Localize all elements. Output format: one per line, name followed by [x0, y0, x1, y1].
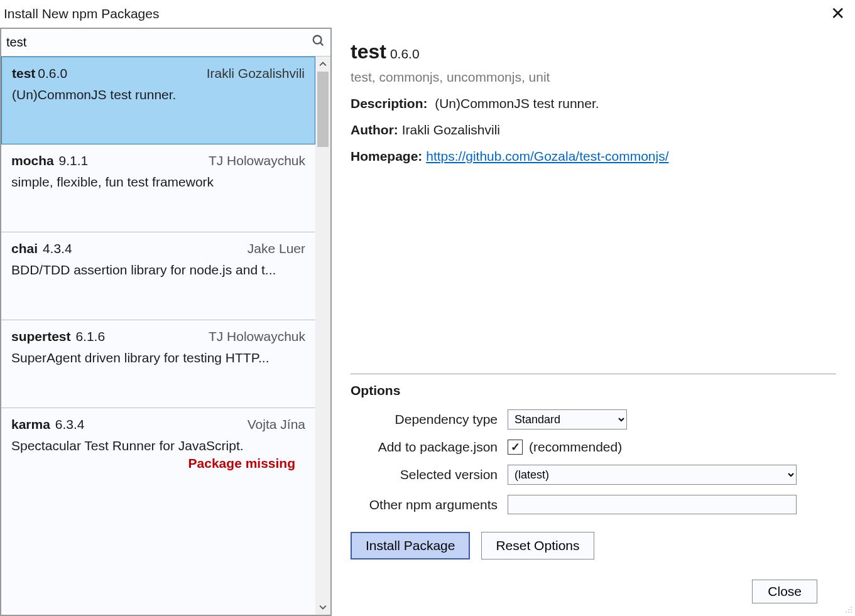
svg-point-3 — [848, 609, 849, 610]
close-button[interactable]: Close — [752, 580, 817, 603]
description-value: (Un)CommonJS test runner. — [435, 96, 599, 111]
result-version: 6.1.6 — [75, 329, 105, 343]
result-author: Vojta Jína — [248, 417, 305, 432]
svg-line-1 — [320, 43, 324, 46]
resize-grip-icon[interactable] — [842, 603, 852, 613]
search-input[interactable] — [6, 33, 312, 52]
result-item[interactable]: test0.6.0 Irakli Gozalishvili (Un)Common… — [1, 57, 315, 144]
svg-point-7 — [851, 612, 852, 613]
results-area: test0.6.0 Irakli Gozalishvili (Un)Common… — [1, 57, 330, 615]
result-description: SuperAgent driven library for testing HT… — [11, 350, 305, 365]
result-version: 9.1.1 — [59, 153, 89, 168]
homepage-link[interactable]: https://github.com/Gozala/test-commonjs/ — [426, 149, 668, 163]
options-heading: Options — [351, 383, 836, 398]
result-name: chai — [11, 241, 38, 256]
options-section: Options Dependency type Standard Add to … — [351, 374, 836, 572]
add-to-package-label: Add to package.json — [351, 440, 508, 455]
titlebar: Install New npm Packages ✕ — [0, 0, 855, 28]
scroll-up-icon[interactable] — [315, 57, 330, 72]
package-missing-label: Package missing — [11, 453, 305, 471]
author-label: Author: — [351, 122, 398, 137]
result-description: Spectacular Test Runner for JavaScript. — [11, 438, 305, 453]
search-icon[interactable] — [312, 34, 325, 51]
result-version: 6.3.4 — [55, 417, 85, 431]
description-row: Description: (Un)CommonJS test runner. — [351, 96, 836, 111]
result-author: TJ Holowaychuk — [209, 329, 305, 344]
reset-options-button[interactable]: Reset Options — [481, 532, 594, 559]
result-author: Irakli Gozalishvili — [207, 66, 305, 81]
selected-version-label: Selected version — [351, 467, 508, 482]
details-panel: test0.6.0 test, commonjs, uncommonjs, un… — [332, 28, 855, 616]
results-list: test0.6.0 Irakli Gozalishvili (Un)Common… — [1, 57, 315, 615]
install-npm-dialog: Install New npm Packages ✕ test0.6.0 Ira… — [0, 0, 855, 616]
result-author: Jake Luer — [248, 241, 305, 256]
svg-point-4 — [851, 609, 852, 610]
package-name: test — [351, 40, 386, 63]
install-package-button[interactable]: Install Package — [351, 532, 470, 559]
result-item[interactable]: karma 6.3.4 Vojta Jína Spectacular Test … — [1, 408, 315, 473]
other-args-input[interactable] — [508, 495, 797, 514]
dialog-footer: Close — [351, 572, 836, 616]
add-to-package-hint: (recommended) — [529, 440, 622, 455]
dialog-title: Install New npm Packages — [4, 6, 159, 21]
result-name: mocha — [11, 153, 54, 168]
add-to-package-checkbox[interactable]: ✓ — [508, 440, 523, 455]
result-name: test — [12, 66, 35, 80]
package-heading: test0.6.0 — [351, 40, 836, 63]
author-row: Author: Irakli Gozalishvili — [351, 122, 836, 138]
description-label: Description: — [351, 96, 428, 111]
homepage-row: Homepage: https://github.com/Gozala/test… — [351, 149, 836, 164]
result-description: (Un)CommonJS test runner. — [12, 87, 305, 102]
other-args-label: Other npm arguments — [351, 497, 508, 512]
result-name: karma — [11, 417, 50, 431]
search-row — [1, 29, 330, 57]
left-panel: test0.6.0 Irakli Gozalishvili (Un)Common… — [0, 28, 332, 616]
scroll-track[interactable] — [315, 72, 330, 600]
scroll-down-icon[interactable] — [315, 600, 330, 615]
result-item[interactable]: chai 4.3.4 Jake Luer BDD/TDD assertion l… — [1, 232, 315, 320]
result-author: TJ Holowaychuk — [209, 153, 305, 168]
dialog-body: test0.6.0 Irakli Gozalishvili (Un)Common… — [0, 28, 855, 616]
result-description: BDD/TDD assertion library for node.js an… — [11, 262, 305, 278]
result-version: 4.3.4 — [43, 241, 72, 256]
result-item[interactable]: mocha 9.1.1 TJ Holowaychuk simple, flexi… — [1, 144, 315, 232]
result-item[interactable]: supertest 6.1.6 TJ Holowaychuk SuperAgen… — [1, 320, 315, 408]
package-tags: test, commonjs, uncommonjs, unit — [351, 70, 836, 85]
scroll-thumb[interactable] — [317, 72, 329, 147]
result-name: supertest — [11, 329, 71, 343]
dependency-type-select[interactable]: Standard — [508, 409, 627, 430]
svg-point-2 — [851, 607, 852, 608]
close-icon[interactable]: ✕ — [830, 5, 845, 23]
selected-version-select[interactable]: (latest) — [508, 465, 797, 485]
svg-point-5 — [846, 612, 847, 613]
author-value: Irakli Gozalishvili — [402, 122, 500, 137]
homepage-label: Homepage: — [351, 149, 422, 163]
scrollbar[interactable] — [315, 57, 330, 615]
package-version: 0.6.0 — [390, 46, 420, 61]
svg-point-6 — [848, 612, 849, 613]
dependency-type-label: Dependency type — [351, 412, 508, 427]
svg-point-0 — [313, 36, 322, 44]
result-version: 0.6.0 — [38, 66, 67, 80]
result-description: simple, flexible, fun test framework — [11, 175, 305, 190]
